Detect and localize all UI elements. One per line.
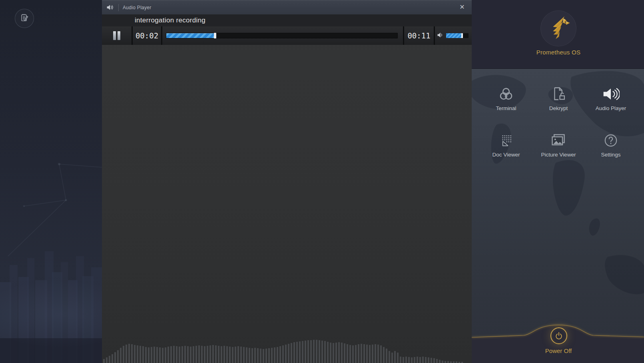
elapsed-time-panel: 00:02 (133, 26, 161, 45)
volume-handle[interactable] (461, 33, 463, 38)
sidebar-app-picture-viewer[interactable]: Picture Viewer (534, 131, 582, 158)
constellation-lines (8, 164, 102, 256)
elapsed-time: 00:02 (136, 31, 158, 40)
app-label: Audio Player (596, 105, 626, 111)
knot-icon (497, 85, 515, 103)
golden-eagle-logo (545, 14, 572, 43)
pause-button[interactable] (102, 26, 132, 45)
sidebar-app-terminal[interactable]: Terminal (482, 85, 530, 111)
apps-row-1: Terminal Dekrypt (482, 85, 635, 111)
speaker-loud-icon (602, 85, 620, 103)
volume-slider[interactable] (446, 33, 469, 38)
audio-player-window: Audio Player ✕ interrogation recording 0… (102, 0, 472, 363)
os-logo (540, 10, 576, 46)
app-label: Terminal (496, 105, 516, 111)
app-label: Doc Viewer (492, 152, 520, 158)
progress-fill (166, 33, 215, 38)
power-icon (554, 331, 563, 340)
waveform (103, 339, 464, 363)
window-titlebar[interactable]: Audio Player ✕ (102, 0, 472, 14)
track-title-bar: interrogation recording (102, 14, 472, 26)
sidebar-app-doc-viewer[interactable]: Doc Viewer (482, 131, 530, 158)
apps-row-2: Doc Viewer Picture Viewer (482, 131, 635, 158)
question-circle-icon (602, 131, 620, 150)
progress-panel (162, 26, 403, 45)
duration-time: 00:11 (407, 31, 430, 40)
seek-bar[interactable] (166, 33, 398, 38)
volume-icon (437, 32, 445, 40)
power-label: Power Off (472, 347, 644, 354)
sidebar-header: Prometheus OS (472, 0, 644, 69)
app-label: Dekrypt (549, 105, 568, 111)
track-title: interrogation recording (102, 16, 205, 24)
app-label: Settings (601, 152, 621, 158)
titlebar-divider (118, 4, 119, 11)
close-icon[interactable]: ✕ (457, 2, 467, 12)
document-unlock-icon (549, 85, 568, 103)
speaker-icon (106, 4, 114, 10)
volume-fill (446, 33, 461, 38)
power-button[interactable] (550, 327, 567, 344)
os-sidebar: Prometheus OS (472, 0, 644, 363)
pause-icon (113, 31, 116, 40)
dotted-page-icon (497, 131, 515, 150)
notes-button[interactable] (15, 9, 34, 28)
sidebar-app-settings[interactable]: Settings (587, 131, 635, 158)
photos-icon (549, 131, 568, 150)
player-controls: 00:02 00:11 (102, 26, 472, 45)
volume-panel (435, 26, 472, 45)
seek-handle[interactable] (214, 33, 216, 38)
sidebar-body: Terminal Dekrypt (472, 69, 644, 363)
window-title: Audio Player (123, 5, 152, 10)
sidebar-app-audio-player[interactable]: Audio Player (587, 85, 635, 111)
notepad-pencil-icon (20, 13, 29, 24)
app-label: Picture Viewer (541, 152, 576, 158)
os-name: Prometheus OS (472, 49, 644, 56)
duration-panel: 00:11 (404, 26, 434, 45)
sidebar-app-dekrypt[interactable]: Dekrypt (534, 85, 582, 111)
